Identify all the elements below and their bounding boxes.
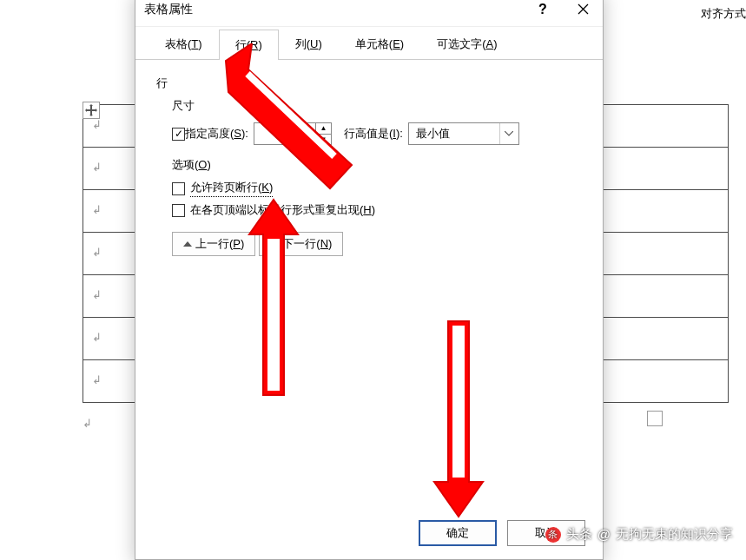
tab-column[interactable]: 列(U) [279,29,339,59]
spinner-up[interactable]: ▲ [316,123,331,135]
ribbon-alignment-label: 对齐方式 [701,6,746,22]
repeat-header-label: 在各页顶端以标题行形式重复出现(H) [190,202,375,218]
height-is-label: 行高值是(I): [344,126,403,142]
tab-row[interactable]: 行(R) [219,30,279,60]
table-resize-handle[interactable] [647,411,663,426]
triangle-down-icon [270,241,279,247]
triangle-up-icon [183,241,192,247]
size-label: 尺寸 [172,98,582,114]
specify-height-label: 指定高度(S): [185,126,248,142]
watermark: 条 头条 @ 无拘无束的知识分享 [545,526,733,543]
ok-button[interactable]: 确定 [419,520,497,546]
table-properties-dialog: 表格属性 ? 表格(T) 行(R) 列(U) 单元格(E) 可选文字(A) 行 … [135,0,604,560]
tab-table[interactable]: 表格(T) [149,29,219,59]
paragraph-mark: ↲ [83,417,92,430]
row-pane: 行 尺寸 指定高度(S): ▲ ▼ 行高值是(I): 最小值 [135,60,603,268]
dialog-title: 表格属性 [144,2,523,17]
height-mode-value: 最小值 [409,126,499,142]
spinner-down[interactable]: ▼ [316,135,331,145]
chevron-down-icon [499,123,518,144]
prev-row-button[interactable]: 上一行(P) [172,232,255,256]
height-mode-select[interactable]: 最小值 [408,122,519,145]
next-row-button[interactable]: 下一行(N) [259,232,343,256]
checkbox-specify-height[interactable] [172,128,185,141]
checkbox-repeat-header[interactable] [172,204,185,217]
watermark-icon: 条 [545,527,561,543]
row-section-label: 行 [156,76,582,91]
close-button[interactable] [563,0,603,27]
height-spinner[interactable]: ▲ ▼ [254,122,332,145]
checkbox-allow-break[interactable] [172,182,185,195]
height-input[interactable] [254,123,315,144]
tab-cell[interactable]: 单元格(E) [339,29,420,59]
dialog-tabs: 表格(T) 行(R) 列(U) 单元格(E) 可选文字(A) [135,27,603,60]
allow-break-label: 允许跨页断行(K) [190,180,273,197]
help-button[interactable]: ? [523,0,563,27]
dialog-titlebar: 表格属性 ? [135,0,603,27]
table-move-handle[interactable] [83,102,100,119]
tab-alttext[interactable]: 可选文字(A) [420,29,513,59]
options-label: 选项(O) [172,157,582,173]
